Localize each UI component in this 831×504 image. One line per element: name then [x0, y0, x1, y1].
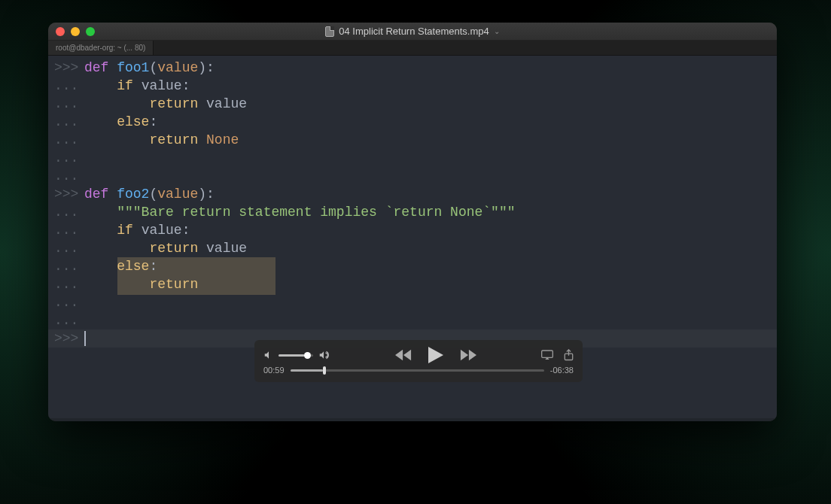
volume-mute-icon[interactable]	[263, 350, 274, 360]
terminal-tab[interactable]: root@dbader-org: ~ (... 80)	[48, 41, 154, 55]
video-player-controls: 00:59 -06:38	[254, 340, 583, 382]
fullscreen-window-button[interactable]	[86, 27, 95, 36]
progress-slider[interactable]	[291, 369, 544, 372]
close-window-button[interactable]	[56, 27, 65, 36]
share-icon[interactable]	[564, 349, 574, 361]
minimize-window-button[interactable]	[71, 27, 80, 36]
terminal-tab-bar: root@dbader-org: ~ (... 80)	[48, 41, 777, 56]
traffic-lights	[56, 27, 95, 36]
fast-forward-button[interactable]	[460, 349, 476, 361]
play-button[interactable]	[428, 347, 443, 363]
volume-max-icon[interactable]	[318, 350, 330, 360]
chevron-down-icon: ⌄	[494, 27, 500, 35]
titlebar[interactable]: 04 Implicit Return Statements.mp4 ⌄	[48, 23, 777, 41]
cursor	[84, 331, 86, 346]
time-elapsed: 00:59	[263, 366, 285, 375]
time-remaining: -06:38	[550, 366, 574, 375]
tab-label: root@dbader-org: ~ (... 80)	[56, 44, 145, 52]
volume-slider[interactable]	[279, 354, 313, 357]
file-icon	[325, 26, 334, 37]
airplay-icon[interactable]	[541, 350, 553, 360]
rewind-button[interactable]	[395, 349, 412, 361]
svg-rect-0	[542, 351, 553, 357]
window-title: 04 Implicit Return Statements.mp4	[339, 26, 489, 37]
